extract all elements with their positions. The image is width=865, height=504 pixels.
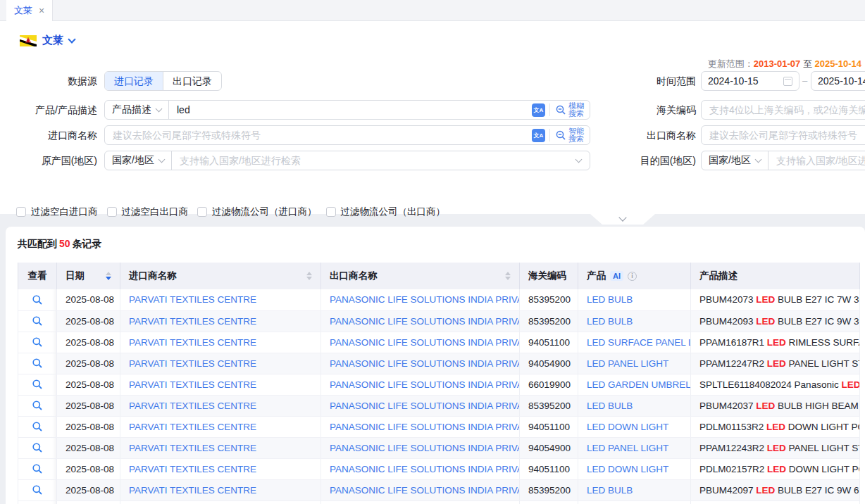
- hs-code-input[interactable]: [702, 101, 865, 119]
- origin-country-input[interactable]: [172, 151, 576, 170]
- sort-icon-exporter[interactable]: [505, 272, 511, 280]
- product-cell: LED BULB: [578, 395, 691, 416]
- collapse-panel-button[interactable]: [590, 214, 655, 225]
- importer-link[interactable]: PARVATI TEXTILES CENTRE: [129, 401, 256, 411]
- checkbox-icon[interactable]: [326, 207, 336, 217]
- product-link[interactable]: LED GARDEN UMBREL...: [587, 379, 691, 390]
- view-record-button[interactable]: [18, 395, 57, 416]
- date-start-input[interactable]: [708, 75, 783, 87]
- description-cell: PBUM42037 LED BULB HIGH BEAM ...: [691, 395, 860, 416]
- destination-country-input[interactable]: [768, 151, 865, 170]
- filter-logistics-exporter[interactable]: 过滤物流公司（出口商）: [326, 206, 446, 218]
- exporter-link[interactable]: PANASONIC LIFE SOLUTIONS INDIA PRIVAT...: [330, 379, 520, 390]
- importer-link[interactable]: PARVATI TEXTILES CENTRE: [129, 337, 256, 348]
- importer-link[interactable]: PARVATI TEXTILES CENTRE: [129, 379, 256, 390]
- destination-country-label: 目的国(地区): [613, 151, 696, 170]
- filter-blank-importer[interactable]: 过滤空白进口商: [16, 206, 98, 218]
- exporter-link[interactable]: PANASONIC LIFE SOLUTIONS INDIA PRIVAT...: [330, 316, 520, 327]
- view-record-button[interactable]: [18, 310, 57, 332]
- col-date[interactable]: 日期: [57, 263, 120, 289]
- importer-cell: PARVATI TEXTILES CENTRE: [120, 395, 321, 416]
- product-link[interactable]: LED DOWN LIGHT: [587, 422, 668, 432]
- magnifier-icon: [32, 484, 43, 496]
- country-selector[interactable]: 文莱: [20, 34, 75, 47]
- view-record-button[interactable]: [18, 353, 57, 374]
- highlight-keyword: LED: [766, 422, 785, 432]
- hs-code-cell: 85395200: [520, 310, 578, 332]
- close-icon[interactable]: ×: [39, 6, 44, 15]
- checkbox-icon[interactable]: [197, 207, 207, 217]
- product-link[interactable]: LED DOWN LIGHT: [587, 464, 668, 474]
- exporter-link[interactable]: PANASONIC LIFE SOLUTIONS INDIA PRIVAT...: [330, 337, 520, 348]
- destination-region-select[interactable]: 国家/地区: [702, 151, 768, 170]
- view-record-button[interactable]: [18, 458, 57, 479]
- view-record-button[interactable]: [18, 416, 57, 437]
- chevron-down-icon: [618, 213, 626, 221]
- checkbox-icon[interactable]: [16, 207, 26, 217]
- view-record-button[interactable]: [18, 332, 57, 353]
- date-start-field[interactable]: [701, 71, 799, 91]
- importer-link[interactable]: PARVATI TEXTILES CENTRE: [129, 316, 256, 327]
- exporter-link[interactable]: PANASONIC LIFE SOLUTIONS INDIA PRIVAT...: [330, 358, 520, 369]
- export-records-tab[interactable]: 出口记录: [163, 72, 221, 90]
- product-link[interactable]: LED BULB: [587, 485, 633, 496]
- checkbox-icon[interactable]: [107, 207, 117, 217]
- importer-link[interactable]: PARVATI TEXTILES CENTRE: [129, 358, 256, 369]
- date-cell: 2025-08-08: [57, 374, 120, 395]
- importer-link[interactable]: PARVATI TEXTILES CENTRE: [129, 485, 256, 496]
- magnifier-icon: [32, 421, 43, 432]
- highlight-keyword: LED: [756, 485, 775, 496]
- smart-search-button[interactable]: 智能搜索: [550, 127, 590, 143]
- view-record-button[interactable]: [18, 437, 57, 458]
- results-table: 查看 日期 进口商名称 出口商名称 海关编码 产品 AI: [18, 263, 860, 504]
- importer-link[interactable]: PARVATI TEXTILES CENTRE: [129, 443, 256, 453]
- origin-region-select[interactable]: 国家/地区: [105, 151, 171, 170]
- importer-link[interactable]: PARVATI TEXTILES CENTRE: [129, 294, 256, 305]
- exporter-cell: PANASONIC LIFE SOLUTIONS INDIA PRIVAT...: [321, 395, 520, 416]
- tab-brunei[interactable]: 文莱 ×: [6, 0, 53, 21]
- col-view: 查看: [18, 263, 57, 289]
- exporter-name-input[interactable]: [702, 126, 865, 144]
- filter-blank-exporter[interactable]: 过滤空白出口商: [107, 206, 189, 218]
- product-link[interactable]: LED BULB: [587, 401, 633, 411]
- importer-link[interactable]: PARVATI TEXTILES CENTRE: [129, 422, 256, 432]
- importer-name-input[interactable]: [105, 126, 528, 144]
- translate-icon[interactable]: 文A: [532, 129, 545, 142]
- importer-link[interactable]: PARVATI TEXTILES CENTRE: [129, 464, 256, 474]
- import-records-tab[interactable]: 进口记录: [105, 72, 163, 90]
- col-exporter[interactable]: 出口商名称: [321, 263, 520, 289]
- exporter-cell: PANASONIC LIFE SOLUTIONS INDIA PRIVAT...: [321, 289, 520, 310]
- exporter-link[interactable]: PANASONIC LIFE SOLUTIONS INDIA PRIVAT...: [330, 294, 520, 305]
- highlight-keyword: LED: [767, 358, 786, 369]
- filter-logistics-importer[interactable]: 过滤物流公司（进口商）: [197, 206, 317, 218]
- sort-icon-importer[interactable]: [306, 272, 312, 280]
- fuzzy-search-button[interactable]: 模糊搜索: [550, 102, 590, 118]
- product-link[interactable]: LED BULB: [587, 316, 633, 327]
- exporter-cell: PANASONIC LIFE SOLUTIONS INDIA PRIVAT...: [321, 374, 520, 395]
- product-type-select[interactable]: 产品描述: [105, 101, 168, 119]
- table-row: 2025-08-08PARVATI TEXTILES CENTREPANASON…: [18, 353, 860, 374]
- view-record-button[interactable]: [18, 289, 57, 310]
- translate-icon[interactable]: 文A: [532, 103, 545, 117]
- exporter-link[interactable]: PANASONIC LIFE SOLUTIONS INDIA PRIVAT...: [330, 401, 520, 411]
- exporter-link[interactable]: PANASONIC LIFE SOLUTIONS INDIA PRIVAT...: [330, 485, 520, 496]
- exporter-link[interactable]: PANASONIC LIFE SOLUTIONS INDIA PRIVAT...: [330, 422, 520, 432]
- view-record-button[interactable]: [18, 479, 57, 500]
- col-importer[interactable]: 进口商名称: [120, 263, 321, 289]
- date-end-field[interactable]: [811, 71, 865, 91]
- product-link[interactable]: LED BULB: [587, 294, 633, 305]
- exporter-cell: PANASONIC LIFE SOLUTIONS INDIA PRIVAT...: [321, 310, 520, 332]
- info-icon[interactable]: i: [628, 272, 637, 281]
- date-end-input[interactable]: [818, 75, 865, 87]
- product-link[interactable]: LED SURFACE PANEL L...: [587, 337, 691, 348]
- sort-icon-date[interactable]: [106, 272, 111, 280]
- product-link[interactable]: LED PANEL LIGHT: [587, 358, 668, 369]
- product-search-input[interactable]: [169, 101, 528, 119]
- col-hs-code: 海关编码: [520, 263, 578, 289]
- brunei-flag-icon: [20, 35, 37, 46]
- exporter-link[interactable]: PANASONIC LIFE SOLUTIONS INDIA PRIVAT...: [330, 464, 520, 474]
- exporter-link[interactable]: PANASONIC LIFE SOLUTIONS INDIA PRIVAT...: [330, 443, 520, 453]
- exporter-cell: PANASONIC LIFE SOLUTIONS INDIA PRIVAT...: [321, 458, 520, 479]
- view-record-button[interactable]: [18, 374, 57, 395]
- product-link[interactable]: LED PANEL LIGHT: [587, 443, 668, 453]
